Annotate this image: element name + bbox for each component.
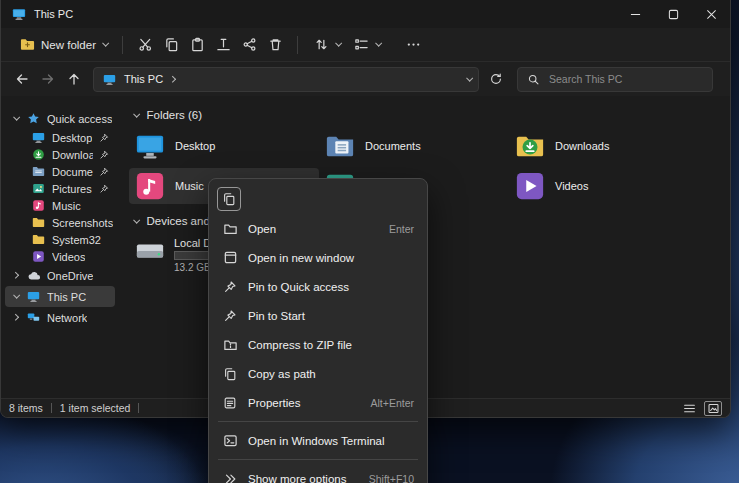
thumbnails-view-button[interactable]: [704, 401, 722, 416]
sidebar-item-network[interactable]: Network: [5, 307, 115, 328]
menu-item-label: Open in Windows Terminal: [248, 435, 385, 447]
sidebar-item-system32[interactable]: System32: [5, 231, 115, 248]
new-folder-label: New folder: [41, 39, 96, 51]
chevron-right-icon[interactable]: [169, 76, 175, 82]
cut-button[interactable]: [132, 32, 158, 58]
menu-item-pin-to-quick-access[interactable]: Pin to Quick access: [213, 272, 423, 301]
breadcrumb[interactable]: This PC: [124, 73, 163, 85]
folder-tile-videos[interactable]: Videos: [509, 168, 699, 204]
menu-item-copy-as-path[interactable]: Copy as path: [213, 359, 423, 388]
sidebar-item-pictures[interactable]: Pictures: [5, 180, 115, 197]
folder-icon: [31, 216, 46, 229]
address-bar[interactable]: This PC: [93, 67, 479, 92]
documents-icon: [31, 165, 46, 178]
copy-button[interactable]: [217, 187, 241, 211]
new-folder-button[interactable]: New folder: [13, 33, 113, 56]
menu-item-open-in-windows-terminal[interactable]: Open in Windows Terminal: [213, 426, 423, 455]
music-icon: [31, 199, 46, 212]
menu-item-shortcut: Shift+F10: [369, 473, 414, 483]
minimize-button[interactable]: [616, 0, 654, 28]
sidebar-item-label: Pictures: [52, 183, 92, 195]
copy-path-icon: [222, 367, 238, 381]
view-button[interactable]: [347, 33, 387, 56]
zip-icon: [222, 337, 238, 352]
sidebar-item-label: Downloads: [52, 149, 93, 161]
sidebar-item-documents[interactable]: Documents: [5, 163, 115, 180]
sidebar-item-onedrive[interactable]: OneDrive: [5, 265, 115, 286]
sidebar-item-music[interactable]: Music: [5, 197, 115, 214]
folder-name: Downloads: [555, 140, 609, 152]
back-button[interactable]: [9, 66, 35, 92]
chevron-down-icon[interactable]: [14, 292, 20, 298]
this-pc-icon: [102, 73, 117, 86]
menu-item-label: Compress to ZIP file: [248, 339, 352, 351]
title-bar: This PC: [1, 0, 730, 28]
sidebar-item-label: System32: [52, 234, 101, 246]
chevron-down-icon[interactable]: [133, 216, 139, 222]
sort-button[interactable]: [307, 33, 347, 56]
status-divider: [138, 403, 139, 413]
delete-button[interactable]: [262, 32, 288, 58]
folder-tile-desktop[interactable]: Desktop: [129, 128, 319, 164]
chevron-down-icon[interactable]: [14, 114, 20, 120]
menu-separator: [218, 421, 418, 422]
sidebar-item-label: Music: [52, 200, 81, 212]
menu-item-label: Open: [248, 223, 276, 235]
folder-tile-documents[interactable]: Documents: [319, 128, 509, 164]
sidebar-item-this-pc[interactable]: This PC: [5, 286, 115, 307]
menu-item-compress-to-zip[interactable]: Compress to ZIP file: [213, 330, 423, 359]
paste-button[interactable]: [184, 32, 210, 58]
search-input[interactable]: [547, 72, 704, 86]
maximize-button[interactable]: [654, 0, 692, 28]
navigation-bar: This PC: [1, 62, 730, 96]
menu-item-open-new-window[interactable]: Open in new window: [213, 243, 423, 272]
forward-button[interactable]: [35, 66, 61, 92]
sidebar-item-desktop[interactable]: Desktop: [5, 129, 115, 146]
close-button[interactable]: [692, 0, 730, 28]
refresh-button[interactable]: [483, 66, 509, 92]
desktop-icon: [31, 131, 46, 144]
chevron-right-icon[interactable]: [12, 314, 18, 320]
context-menu-icon-row: [213, 184, 423, 214]
menu-item-pin-to-start[interactable]: Pin to Start: [213, 301, 423, 330]
pin-icon: [99, 133, 109, 143]
menu-item-properties[interactable]: Properties Alt+Enter: [213, 388, 423, 417]
chevron-down-icon: [336, 40, 342, 46]
sidebar-item-quick-access[interactable]: Quick access: [5, 108, 115, 129]
copy-button[interactable]: [158, 32, 184, 58]
chevron-down-icon[interactable]: [133, 110, 139, 116]
rename-button[interactable]: [210, 32, 236, 58]
menu-item-label: Properties: [248, 397, 300, 409]
new-folder-icon: [20, 37, 35, 52]
folders-section-header[interactable]: Folders (6): [129, 106, 730, 124]
this-pc-icon: [11, 7, 26, 21]
see-more-button[interactable]: [400, 32, 426, 58]
menu-item-open[interactable]: Open Enter: [213, 214, 423, 243]
folder-tile-downloads[interactable]: Downloads: [509, 128, 699, 164]
pin-icon: [222, 309, 238, 323]
sidebar-item-videos[interactable]: Videos: [5, 248, 115, 265]
share-button[interactable]: [236, 32, 262, 58]
folders-header-label: Folders (6): [147, 109, 203, 121]
up-button[interactable]: [61, 66, 87, 92]
address-dropdown-icon[interactable]: [466, 74, 472, 80]
chevron-down-icon: [375, 40, 381, 46]
window-title: This PC: [34, 8, 73, 20]
sidebar-item-label: Desktop: [52, 132, 92, 144]
sidebar-item-downloads[interactable]: Downloads: [5, 146, 115, 163]
network-icon: [26, 311, 41, 324]
chevron-down-icon: [102, 40, 108, 46]
menu-separator: [218, 459, 418, 460]
details-view-button[interactable]: [680, 401, 698, 416]
documents-folder-icon: [325, 131, 355, 161]
item-count: 8 items: [9, 402, 43, 414]
search-icon: [526, 73, 541, 86]
command-bar: New folder: [1, 28, 730, 62]
sidebar-item-label: This PC: [47, 291, 86, 303]
folder-name: Desktop: [175, 140, 215, 152]
sidebar-item-screenshots[interactable]: Screenshots: [5, 214, 115, 231]
chevron-right-icon[interactable]: [12, 272, 18, 278]
new-window-icon: [222, 250, 238, 265]
menu-item-show-more-options[interactable]: Show more options Shift+F10: [213, 464, 423, 483]
search-box[interactable]: [517, 67, 713, 92]
